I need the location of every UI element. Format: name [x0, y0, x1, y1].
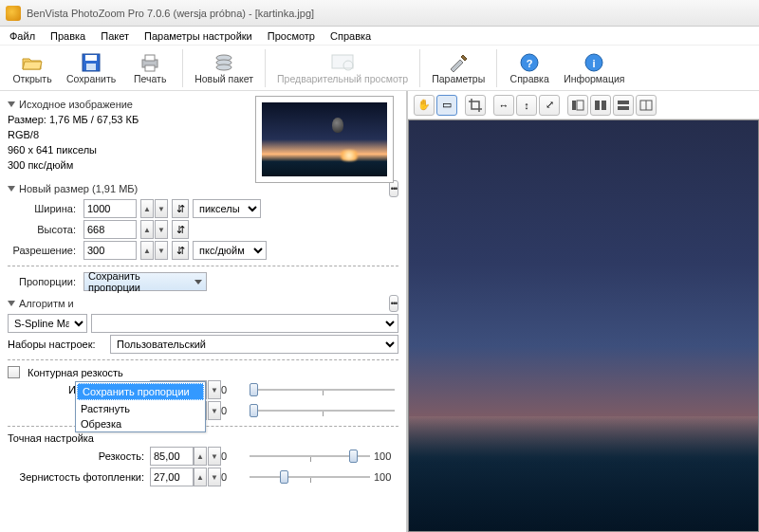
menu-view[interactable]: Просмотр	[262, 28, 321, 44]
svg-rect-4	[145, 55, 155, 61]
prop-option-crop[interactable]: Обрезка	[76, 416, 205, 431]
svg-rect-5	[145, 65, 155, 71]
window-titlebar: BenVista PhotoZoom Pro 7.0.6 (wersja pró…	[0, 0, 759, 27]
sharp-slider[interactable]	[250, 448, 370, 465]
svg-rect-19	[618, 101, 629, 104]
method-combo[interactable]: S-Spline Max	[8, 314, 87, 333]
algo-section-header[interactable]: Алгоритм и •••	[8, 295, 398, 312]
svg-rect-20	[618, 106, 629, 110]
toolbar-divider	[182, 49, 183, 87]
height-down[interactable]: ▼	[155, 220, 168, 239]
fit-both-icon[interactable]: ⤢	[539, 95, 560, 116]
window-title: BenVista PhotoZoom Pro 7.0.6 (wersja pró…	[27, 8, 314, 19]
batch-icon	[214, 52, 233, 73]
fine-header: Точная настройка	[8, 432, 398, 444]
hand-tool-icon[interactable]: ✋	[414, 95, 435, 116]
width-down[interactable]: ▼	[155, 199, 168, 218]
open-button[interactable]: Открыть	[6, 47, 59, 89]
contour-label: Контурная резкость	[28, 367, 123, 378]
print-button[interactable]: Печать	[123, 47, 176, 89]
info-icon: i	[584, 52, 603, 73]
menu-help[interactable]: Справка	[324, 28, 377, 44]
prop-dropdown: Сохранить пропорции Растянуть Обрезка	[75, 381, 206, 432]
svg-rect-16	[577, 101, 583, 110]
help-button[interactable]: ? Справка	[503, 47, 556, 89]
width-input[interactable]	[83, 199, 137, 218]
split-none-icon[interactable]	[567, 95, 588, 116]
menu-batch[interactable]: Пакет	[95, 28, 135, 44]
tools-icon	[448, 52, 469, 73]
save-button[interactable]: Сохранить	[61, 47, 121, 89]
height-up[interactable]: ▲	[140, 220, 154, 239]
menu-edit[interactable]: Правка	[45, 28, 91, 44]
app-icon	[6, 6, 21, 21]
contour-checkbox[interactable]	[8, 366, 20, 378]
help-icon: ?	[520, 52, 539, 73]
menu-bar: Файл Правка Пакет Параметры настройки Пр…	[0, 27, 759, 46]
svg-rect-1	[85, 55, 97, 61]
toolbar-divider	[265, 49, 266, 87]
prop-combo[interactable]: Сохранить пропорции	[83, 272, 207, 291]
more-button[interactable]: •••	[389, 180, 398, 197]
svg-text:i: i	[593, 58, 596, 69]
menu-settings[interactable]: Параметры настройки	[139, 28, 258, 44]
grain-label: Зернистость фотопленки:	[8, 471, 150, 483]
svg-text:?: ?	[527, 58, 533, 69]
radius-slider[interactable]	[250, 402, 395, 419]
toolbar-divider	[419, 49, 420, 87]
right-panel: ✋ ▭ ↔ ↕ ⤢	[408, 91, 759, 532]
width-label: Ширина:	[8, 203, 80, 214]
method-sub-combo[interactable]	[91, 314, 398, 333]
svg-rect-18	[602, 101, 606, 110]
res-link[interactable]: ⇵	[172, 241, 189, 260]
newsize-section-header[interactable]: Новый размер (1,91 МБ) •••	[8, 180, 398, 197]
sharp-label: Резкость:	[8, 450, 150, 462]
source-thumbnail	[256, 97, 393, 182]
view-toolbar: ✋ ▭ ↔ ↕ ⤢	[408, 91, 759, 119]
folder-open-icon	[22, 52, 43, 73]
image-preview[interactable]	[408, 119, 759, 532]
fit-width-icon[interactable]: ↔	[493, 95, 514, 116]
marquee-tool-icon[interactable]: ▭	[436, 95, 457, 116]
width-link[interactable]: ⇵	[172, 199, 189, 218]
split-v-icon[interactable]	[613, 95, 634, 116]
crop-tool-icon[interactable]	[465, 95, 486, 116]
main-toolbar: Открыть Сохранить Печать Новый пакет Пре…	[0, 46, 759, 91]
width-up[interactable]: ▲	[140, 199, 154, 218]
res-unit[interactable]: пкс/дюйм	[193, 241, 267, 260]
intensity-slider[interactable]	[250, 381, 395, 398]
presets-label: Наборы настроек:	[8, 339, 106, 350]
toolbar-divider	[496, 49, 497, 87]
svg-rect-17	[595, 101, 600, 110]
svg-point-8	[216, 64, 231, 70]
prop-label: Пропорции:	[8, 276, 80, 287]
svg-rect-15	[572, 101, 576, 110]
sharp-input[interactable]	[150, 447, 194, 466]
info-button[interactable]: i Информация	[558, 47, 630, 89]
prop-option-keep[interactable]: Сохранить пропорции	[77, 383, 204, 400]
height-link[interactable]: ⇵	[172, 220, 189, 239]
svg-rect-2	[86, 64, 96, 70]
more-button-2[interactable]: •••	[389, 295, 398, 312]
res-down[interactable]: ▼	[155, 241, 168, 260]
width-unit[interactable]: пикселы	[193, 199, 261, 218]
res-input[interactable]	[83, 241, 137, 260]
grain-slider[interactable]	[250, 468, 370, 486]
prop-option-stretch[interactable]: Растянуть	[76, 401, 205, 416]
height-input[interactable]	[83, 220, 137, 239]
preview-icon	[331, 52, 354, 73]
height-label: Высота:	[8, 224, 80, 235]
res-up[interactable]: ▲	[140, 241, 154, 260]
preview-button[interactable]: Предварительный просмотр	[271, 47, 414, 89]
split-h-icon[interactable]	[590, 95, 611, 116]
new-batch-button[interactable]: Новый пакет	[189, 47, 259, 89]
grain-input[interactable]	[150, 468, 194, 486]
printer-icon	[139, 52, 160, 73]
menu-file[interactable]: Файл	[4, 28, 41, 44]
params-button[interactable]: Параметры	[426, 47, 491, 89]
svg-rect-9	[332, 55, 353, 68]
fit-height-icon[interactable]: ↕	[516, 95, 537, 116]
preset-combo[interactable]: Пользовательский	[110, 335, 398, 354]
split-grid-icon[interactable]	[636, 95, 657, 116]
res-label: Разрешение:	[8, 245, 80, 256]
